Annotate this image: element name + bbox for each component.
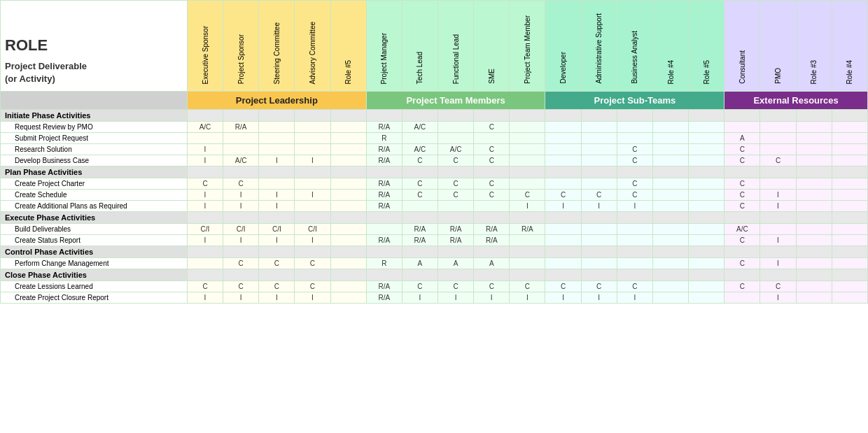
phase-cell-0-1 <box>223 110 259 122</box>
activity-row: Research SolutionIR/AA/CA/CCCC <box>1 144 868 155</box>
activity-name: Submit Project Request <box>1 133 188 144</box>
raci-cell <box>366 224 402 235</box>
raci-cell: C <box>438 155 474 166</box>
raci-cell <box>832 292 867 304</box>
phase-cell-2-12 <box>617 212 652 224</box>
raci-cell: R/A <box>223 122 259 133</box>
role-header-14: Role #5 <box>689 1 724 92</box>
phase-row-2: Execute Phase Activities <box>1 212 868 224</box>
phase-cell-4-17 <box>796 269 832 281</box>
phase-cell-3-17 <box>796 246 832 258</box>
group-header-1: Project Team Members <box>366 92 545 110</box>
phase-cell-3-15 <box>724 246 760 258</box>
raci-cell: I <box>760 235 796 246</box>
phase-cell-4-2 <box>259 269 295 281</box>
role-header-1: Project Sponsor <box>223 1 259 92</box>
activity-row: Create Lessions LearnedCCCCR/ACCCCCCCCC <box>1 281 868 292</box>
phase-cell-0-0 <box>187 110 223 122</box>
phase-cell-1-2 <box>259 166 295 178</box>
raci-cell <box>760 178 796 190</box>
raci-cell <box>330 178 366 190</box>
activity-row: Submit Project RequestRA <box>1 133 868 144</box>
raci-cell <box>438 201 474 212</box>
phase-cell-3-4 <box>330 246 366 258</box>
raci-cell: A/C <box>223 155 259 166</box>
phase-cell-4-1 <box>223 269 259 281</box>
raci-cell: C <box>760 155 796 166</box>
raci-cell <box>545 178 581 190</box>
raci-cell <box>652 258 688 269</box>
activity-row: Build DeliverablesC/IC/IC/IC/IR/AR/AR/AR… <box>1 224 868 235</box>
raci-cell <box>832 224 867 235</box>
raci-cell: A <box>438 258 474 269</box>
raci-cell <box>187 258 223 269</box>
activity-name: Build Deliverables <box>1 224 188 235</box>
role-label-15: Consultant <box>737 48 748 87</box>
raci-cell: C <box>438 190 474 201</box>
raci-cell <box>617 133 652 144</box>
raci-cell: C <box>724 258 760 269</box>
raci-cell <box>581 144 617 155</box>
phase-cell-2-4 <box>330 212 366 224</box>
raci-cell: I <box>617 292 652 304</box>
raci-cell: C <box>581 190 617 201</box>
raci-cell <box>295 201 330 212</box>
raci-cell <box>689 224 724 235</box>
raci-cell <box>796 190 832 201</box>
raci-cell: R/A <box>366 144 402 155</box>
raci-cell <box>689 201 724 212</box>
phase-cell-1-11 <box>581 166 617 178</box>
raci-cell: I <box>187 144 223 155</box>
role-header-4: Role #5 <box>330 1 366 92</box>
phase-cell-0-7 <box>438 110 474 122</box>
phase-label-2: Execute Phase Activities <box>1 212 188 224</box>
raci-cell: C <box>223 258 259 269</box>
raci-cell: I <box>259 155 295 166</box>
raci-cell <box>796 235 832 246</box>
raci-cell: C/I <box>187 224 223 235</box>
raci-cell: R/A <box>474 224 510 235</box>
phase-cell-1-17 <box>796 166 832 178</box>
phase-cell-4-4 <box>330 269 366 281</box>
activity-row: Perform Change ManagementCCCRAAACI <box>1 258 868 269</box>
raci-cell <box>832 178 867 190</box>
phase-cell-1-4 <box>330 166 366 178</box>
raci-cell: R/A <box>366 155 402 166</box>
raci-cell <box>796 122 832 133</box>
raci-cell: I <box>223 292 259 304</box>
activity-name: Create Schedule <box>1 190 188 201</box>
raci-cell <box>545 258 581 269</box>
phase-label-4: Close Phase Activities <box>1 269 188 281</box>
raci-cell: I <box>295 155 330 166</box>
role-header-18: Role #4 <box>832 1 867 92</box>
phase-cell-3-7 <box>438 246 474 258</box>
raci-cell: C <box>724 178 760 190</box>
raci-cell: C <box>581 281 617 292</box>
raci-cell <box>832 281 867 292</box>
raci-cell <box>652 178 688 190</box>
phase-cell-0-9 <box>510 110 545 122</box>
group-header-3: External Resources <box>724 92 868 110</box>
raci-cell: I <box>760 190 796 201</box>
phase-cell-2-7 <box>438 212 474 224</box>
phase-row-1: Plan Phase Activities <box>1 166 868 178</box>
phase-cell-0-11 <box>581 110 617 122</box>
role-header-9: Project Team Member <box>510 1 545 92</box>
phase-cell-2-10 <box>545 212 581 224</box>
raci-cell: I <box>545 292 581 304</box>
role-header-12: Business Analyst <box>617 1 652 92</box>
phase-cell-2-13 <box>652 212 688 224</box>
activity-row: Create ScheduleIIIIR/ACCCCCCCCI <box>1 190 868 201</box>
raci-cell: C <box>724 144 760 155</box>
raci-cell: I <box>259 190 295 201</box>
phase-row-3: Control Phase Activities <box>1 246 868 258</box>
raci-cell: C <box>295 281 330 292</box>
raci-cell: C <box>187 281 223 292</box>
raci-cell: R/A <box>438 224 474 235</box>
activity-row: Create Status ReportIIIIR/AR/AR/AR/ACI <box>1 235 868 246</box>
phase-cell-0-3 <box>295 110 330 122</box>
role-header-7: Functional Lead <box>438 1 474 92</box>
raci-cell <box>259 178 295 190</box>
phase-cell-2-2 <box>259 212 295 224</box>
raci-cell <box>796 258 832 269</box>
